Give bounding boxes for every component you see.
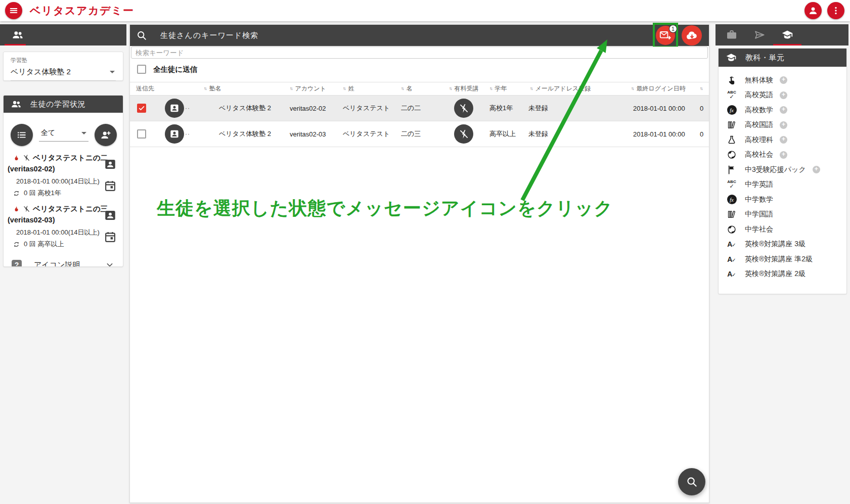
avatar[interactable] — [165, 99, 184, 118]
subject-item[interactable]: 高校国語 + — [726, 118, 846, 133]
subject-label: 高校社会 — [745, 150, 773, 159]
row-checkbox[interactable] — [137, 104, 146, 113]
table-row[interactable]: ·· ベリタス体験塾 2 veritas02-03 ベリタステスト 二の三 高卒… — [130, 121, 709, 147]
sort-icon: ↑↓ — [530, 86, 532, 91]
cloud-download-button[interactable] — [682, 25, 702, 45]
subject-item[interactable]: 中3受験応援パック + — [726, 162, 846, 177]
eiken-icon: A✓ — [726, 256, 738, 263]
subject-item[interactable]: fx 高校数学 + — [726, 103, 846, 118]
eiken-icon: A✓ — [726, 241, 738, 248]
calendar-icon[interactable] — [104, 179, 117, 193]
calendar-icon[interactable] — [104, 231, 117, 244]
books-icon — [726, 120, 738, 130]
student-list-item[interactable]: ベリタステストニの二 (veritas02-02) 2018-01-01 00:… — [13, 153, 117, 198]
student-activity: 0 回 高校1年 — [24, 189, 61, 198]
subject-label: 中学社会 — [745, 225, 773, 234]
subject-item[interactable]: 中学国語 — [726, 207, 846, 222]
subject-item[interactable]: 無料体験 + — [726, 73, 846, 88]
school-select[interactable]: ベリタス体験塾 2 — [11, 65, 116, 81]
search-input[interactable] — [131, 47, 708, 59]
hamburger-menu-button[interactable] — [5, 2, 22, 19]
send-all-row: 全生徒に送信 — [130, 61, 709, 78]
send-all-label: 全生徒に送信 — [153, 65, 197, 74]
more-options-button[interactable] — [827, 2, 844, 19]
graduation-cap-icon — [781, 29, 793, 41]
send-message-button[interactable]: 1 — [656, 26, 675, 45]
paper-plane-icon — [753, 29, 766, 41]
sort-icon: ↑↓ — [290, 86, 292, 91]
cell-school: ベリタス体験塾 2 — [198, 129, 284, 139]
column-header-first-name[interactable]: ↑↓名 — [395, 84, 443, 93]
abc-check-icon: ABC✓ — [726, 180, 738, 189]
paid-status-icon — [454, 99, 473, 118]
school-select-value: ベリタス体験塾 2 — [11, 67, 71, 77]
plus-circle-icon[interactable]: + — [780, 76, 787, 84]
plus-circle-icon[interactable]: + — [780, 106, 787, 114]
plus-circle-icon[interactable]: + — [780, 136, 787, 144]
plus-circle-icon[interactable]: + — [780, 121, 787, 129]
subject-item[interactable]: A✓ 英検®対策講座 2級 — [726, 267, 846, 282]
plus-circle-icon[interactable]: + — [780, 91, 787, 99]
cell-account: veritas02-02 — [284, 105, 337, 112]
row-checkbox[interactable] — [137, 129, 146, 139]
hamburger-menu-icon — [9, 6, 19, 16]
icon-help-label: アイコン説明 — [34, 260, 80, 267]
avatar-ellipsis: ·· — [185, 105, 190, 112]
person-add-icon — [100, 129, 111, 141]
subject-item[interactable]: A✓ 英検®対策講座 準2級 — [726, 252, 846, 267]
column-header-last-name[interactable]: ↑↓姓 — [337, 84, 395, 93]
list-view-button[interactable] — [11, 124, 33, 146]
globe-icon — [726, 150, 738, 160]
subject-item[interactable]: 高校理科 + — [726, 132, 846, 148]
avatar[interactable] — [165, 124, 184, 144]
plus-circle-icon[interactable]: + — [780, 151, 787, 159]
plus-circle-icon[interactable]: + — [813, 166, 820, 173]
student-list: ベリタステストニの二 (veritas02-02) 2018-01-01 00:… — [4, 152, 123, 249]
tab-send[interactable] — [753, 29, 766, 41]
add-student-button[interactable] — [95, 124, 117, 146]
subject-item[interactable]: fx 中学数学 — [726, 192, 846, 207]
student-name: ベリタステストニの二 — [33, 153, 108, 163]
column-header-paid[interactable]: ↑↓有料受講 — [443, 84, 483, 93]
cell-email: 未登録 — [524, 129, 625, 139]
column-header-email[interactable]: ↑↓メールアドレス登録 — [524, 84, 625, 93]
flame-icon — [13, 205, 20, 213]
subject-label: 英検®対策講座 3級 — [745, 240, 806, 249]
subject-item[interactable]: ABC✓ 中学英語 — [726, 177, 846, 193]
subject-label: 英検®対策講座 2級 — [745, 269, 806, 279]
column-header-extra[interactable]: ↑↓ — [696, 86, 709, 91]
search-fab[interactable] — [678, 468, 705, 495]
students-tab-people-icon[interactable] — [12, 29, 24, 41]
search-bar-title: 生徒さんのキーワード検索 — [160, 31, 258, 40]
sort-icon: ↑↓ — [204, 86, 206, 91]
cell-last-name: ベリタステスト — [337, 104, 395, 113]
subject-label: 中3受験応援パック — [745, 165, 806, 174]
column-header-grade[interactable]: ↑↓学年 — [483, 84, 524, 93]
contact-badge-icon[interactable] — [104, 209, 117, 222]
student-filter-select[interactable]: 全て — [39, 128, 88, 142]
icon-help-toggle[interactable]: ? アイコン説明 — [4, 255, 123, 267]
subject-item[interactable]: 中学社会 — [726, 222, 846, 237]
send-all-checkbox[interactable] — [137, 65, 146, 74]
student-status-header: 生徒の学習状況 — [4, 96, 123, 113]
tab-subjects[interactable] — [781, 29, 793, 41]
contact-badge-icon[interactable] — [104, 158, 117, 171]
books-icon — [726, 209, 738, 219]
account-button[interactable] — [804, 2, 822, 19]
app-header: ベリタスアカデミー — [0, 0, 850, 21]
subjects-panel: 教科・単元 無料体験 + ABC✓ 高校英語 + fx 高校数学 + 高校国語 … — [718, 48, 847, 294]
column-header-school[interactable]: ↑↓塾名 — [198, 84, 284, 93]
student-list-item[interactable]: ベリタステストニの三 (veritas02-03) 2018-01-01 00:… — [13, 204, 117, 249]
subject-label: 中学英語 — [745, 180, 773, 189]
column-header-last-login[interactable]: ↑↓最終ログイン日時 — [625, 84, 696, 93]
tab-materials[interactable] — [726, 29, 738, 41]
column-header-account[interactable]: ↑↓アカウント — [284, 84, 337, 93]
subject-label: 無料体験 — [745, 76, 773, 85]
table-row[interactable]: ·· ベリタス体験塾 2 veritas02-02 ベリタステスト 二の二 高校… — [130, 96, 709, 121]
student-account: (veritas02-02) — [8, 165, 97, 173]
subject-item[interactable]: 高校社会 + — [726, 148, 846, 163]
subject-item[interactable]: A✓ 英検®対策講座 3級 — [726, 237, 846, 252]
paid-status-icon — [454, 124, 473, 144]
subject-item[interactable]: ABC✓ 高校英語 + — [726, 88, 846, 103]
briefcase-icon — [726, 29, 738, 41]
